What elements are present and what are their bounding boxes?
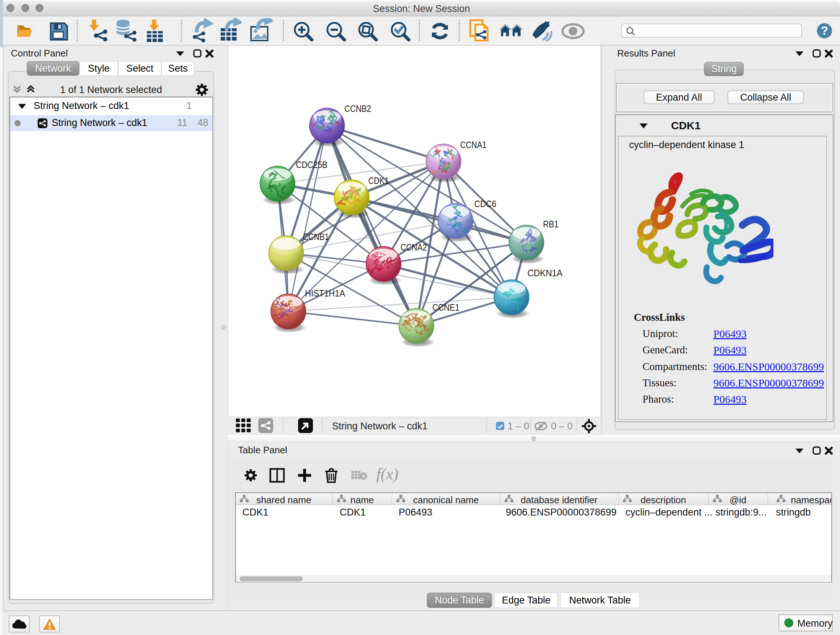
svg-text:CCNA1: CCNA1 — [460, 139, 486, 150]
svg-text:CDC25B: CDC25B — [296, 159, 327, 170]
svg-text:CCNB2: CCNB2 — [344, 103, 371, 114]
svg-text:RB1: RB1 — [543, 219, 559, 230]
svg-text:CCNB1: CCNB1 — [303, 231, 329, 242]
svg-text:CDK1: CDK1 — [368, 175, 389, 186]
svg-text:CDC6: CDC6 — [474, 198, 496, 209]
svg-text:CCNA2: CCNA2 — [401, 242, 427, 253]
svg-text:HIST1H1A: HIST1H1A — [305, 288, 346, 299]
svg-text:CCNE1: CCNE1 — [432, 302, 459, 313]
svg-text:CDKN1A: CDKN1A — [527, 268, 563, 279]
